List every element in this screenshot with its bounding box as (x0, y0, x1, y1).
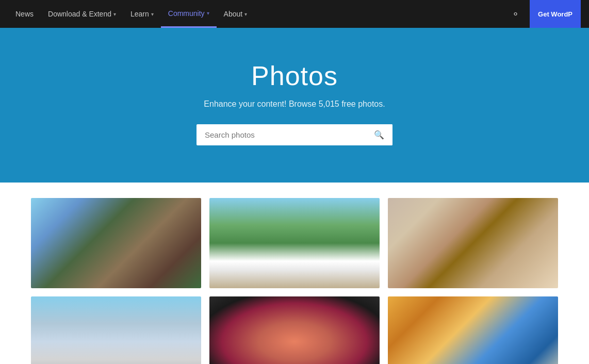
search-input[interactable] (197, 124, 366, 145)
nav-item-download-extend[interactable]: Download & Extend▾ (41, 0, 123, 28)
nav-item-news[interactable]: News (8, 0, 41, 28)
nav-item-about[interactable]: About▾ (217, 0, 255, 28)
main-nav: NewsDownload & Extend▾Learn▾Community▾Ab… (0, 0, 589, 28)
search-bar: 🔍 (197, 124, 392, 145)
nav-items: NewsDownload & Extend▾Learn▾Community▾Ab… (8, 0, 505, 28)
photo-card-photo-1[interactable] (31, 198, 201, 288)
get-wordpress-button[interactable]: Get WordP (530, 0, 581, 28)
search-button[interactable]: 🔍 (366, 124, 392, 145)
hero-section: Photos Enhance your content! Browse 5,01… (0, 28, 589, 183)
nav-item-community[interactable]: Community▾ (161, 0, 217, 28)
learn-chevron-icon: ▾ (151, 11, 154, 17)
photo-grid-section (0, 183, 589, 364)
search-icon[interactable]: ⚬ (505, 8, 526, 20)
search-submit-icon: 🔍 (374, 130, 384, 140)
photo-card-photo-4[interactable] (31, 296, 201, 364)
download-extend-chevron-icon: ▾ (113, 11, 116, 17)
community-chevron-icon: ▾ (207, 10, 209, 16)
hero-subtitle: Enhance your content! Browse 5,015 free … (204, 100, 385, 109)
about-chevron-icon: ▾ (244, 11, 247, 17)
photo-card-photo-5[interactable] (209, 296, 380, 364)
photo-card-photo-3[interactable] (388, 198, 558, 288)
hero-title: Photos (251, 60, 338, 91)
nav-item-learn[interactable]: Learn▾ (123, 0, 161, 28)
photo-grid (31, 198, 558, 364)
photo-card-photo-2[interactable] (209, 198, 380, 288)
photo-card-photo-6[interactable] (388, 296, 558, 364)
